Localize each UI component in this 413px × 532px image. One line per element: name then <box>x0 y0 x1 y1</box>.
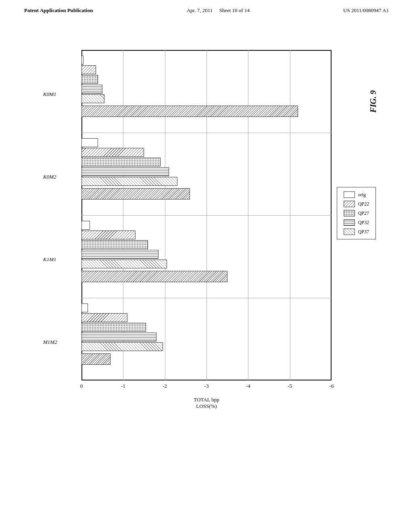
bar-k0m2-extra <box>81 188 190 200</box>
group-label-m1m2: M1M2 <box>43 339 57 345</box>
bar-k0m1-qp37 <box>81 94 104 103</box>
legend-label-qp27: QP27 <box>358 210 369 216</box>
legend-label-qp37: QP37 <box>358 229 369 235</box>
bar-k0m1-qp27 <box>81 75 98 84</box>
legend-label-qp22: QP22 <box>358 201 369 207</box>
legend-item-qp37: QP37 <box>344 229 369 235</box>
group-label-k1m1: K1M1 <box>43 256 56 263</box>
bar-k0m1-extra <box>81 106 298 117</box>
header-left: Patent Application Publication <box>24 7 93 14</box>
bar-k0m2-qp32 <box>81 167 169 176</box>
figure-container: 0 -1 -2 -3 -4 -5 -6 TOTAL bppLOSS(%) K0M… <box>25 26 388 501</box>
bar-m1m2-extra <box>81 353 111 365</box>
bar-m1m2-qp27 <box>81 323 146 332</box>
bar-m1m2-qp37 <box>81 342 163 351</box>
legend-item-orig: orig <box>344 191 369 198</box>
bar-m1m2-qp32 <box>81 332 156 341</box>
chart-plot-area: 0 -1 -2 -3 -4 -5 -6 TOTAL bppLOSS(%) K0M… <box>81 50 332 405</box>
x-axis-title: TOTAL bppLOSS(%) <box>194 397 219 409</box>
legend-item-qp32: QP32 <box>344 219 369 226</box>
x-label-1: -1 <box>121 383 125 389</box>
hline-3 <box>81 298 332 298</box>
header-date: Apr. 7, 2011 <box>187 7 213 13</box>
hline-1 <box>81 133 332 133</box>
bar-k0m1-orig <box>81 56 83 64</box>
legend-swatch-qp37 <box>344 229 355 235</box>
bar-k0m2-qp27 <box>81 158 161 166</box>
legend-swatch-qp22 <box>344 201 355 207</box>
bar-k1m1-qp37 <box>81 260 167 268</box>
x-label-0: 0 <box>80 383 83 389</box>
x-label-5: -5 <box>288 383 292 389</box>
x-label-2: -2 <box>163 383 167 389</box>
bar-k0m2-orig <box>81 138 98 147</box>
bar-k0m2-qp37 <box>81 177 177 186</box>
legend-item-qp22: QP22 <box>344 201 369 207</box>
x-label-6: -6 <box>330 383 334 389</box>
bar-k1m1-extra <box>81 271 227 282</box>
legend: orig QP22 QP27 QP32 QP37 <box>337 187 376 239</box>
header-right: US 2011/0080947 A1 <box>343 7 389 14</box>
plot-border <box>81 50 332 380</box>
bar-k1m1-qp32 <box>81 250 159 259</box>
legend-label-qp32: QP32 <box>358 220 369 226</box>
bar-m1m2-qp22 <box>81 313 127 322</box>
hline-2 <box>81 215 332 216</box>
x-label-3: -3 <box>204 383 209 389</box>
header-center: Apr. 7, 2011 Sheet 10 of 14 <box>187 7 250 14</box>
figure-label: FIG. 9 <box>369 90 378 113</box>
legend-item-qp27: QP27 <box>344 210 369 216</box>
legend-swatch-orig <box>344 191 355 198</box>
bar-k1m1-qp27 <box>81 240 148 249</box>
legend-swatch-qp32 <box>344 219 355 226</box>
bar-k1m1-qp22 <box>81 231 136 239</box>
bar-m1m2-orig <box>81 303 88 312</box>
page-header: Patent Application Publication Apr. 7, 2… <box>0 0 413 14</box>
group-label-k0m1: K0M1 <box>43 91 56 98</box>
bar-k1m1-orig <box>81 221 90 230</box>
bar-k0m2-qp22 <box>81 148 144 157</box>
header-sheet: Sheet 10 of 14 <box>219 7 249 13</box>
group-label-k0m2: K0M2 <box>43 174 56 180</box>
bar-k0m1-qp32 <box>81 85 102 94</box>
x-label-4: -4 <box>246 383 250 389</box>
legend-label-orig: orig <box>358 192 366 198</box>
bar-k0m1-qp22 <box>81 65 96 74</box>
legend-swatch-qp27 <box>344 210 355 216</box>
